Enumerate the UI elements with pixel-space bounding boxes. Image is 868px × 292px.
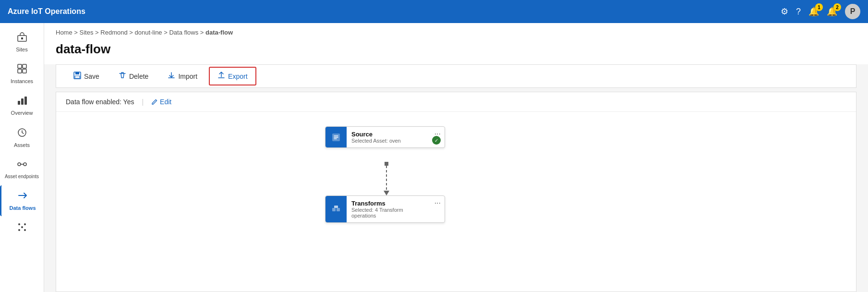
topbar: Azure IoT Operations ⚙ ? 🔔 1 🔔 2 P	[0, 0, 868, 23]
source-node-subtitle: Selected Asset: oven	[351, 138, 426, 144]
page-title: data-flow	[56, 42, 856, 57]
settings-icon[interactable]: ⚙	[781, 6, 788, 17]
more-icon	[17, 222, 27, 235]
instances-label: Instances	[11, 78, 33, 85]
toolbar: Save Delete Import	[56, 64, 856, 88]
delete-button[interactable]: Delete	[109, 66, 158, 86]
save-icon	[73, 72, 81, 81]
save-button[interactable]: Save	[64, 66, 109, 86]
sidebar-item-assets[interactable]: Assets	[0, 122, 44, 153]
instances-icon	[17, 63, 27, 76]
transforms-node-icon	[326, 196, 347, 222]
transforms-node[interactable]: Transforms Selected: 4 Transform operati…	[325, 195, 445, 223]
data-flows-label: Data flows	[9, 205, 36, 211]
import-icon	[168, 72, 175, 81]
export-icon	[217, 72, 225, 81]
bell1-badge: 1	[815, 3, 823, 11]
source-node-icon	[326, 127, 347, 147]
breadcrumb-home[interactable]: Home	[56, 29, 72, 36]
transforms-node-content: Transforms Selected: 4 Transform operati…	[347, 196, 431, 222]
breadcrumb-sep5: >	[200, 29, 205, 36]
import-label: Import	[178, 73, 197, 80]
connector-line	[386, 166, 387, 191]
sidebar-item-more[interactable]	[0, 217, 44, 242]
help-icon[interactable]: ?	[796, 7, 801, 17]
asset-endpoints-label: Asset endpoints	[5, 174, 39, 180]
export-button[interactable]: Export	[209, 67, 256, 85]
svg-rect-3	[23, 64, 26, 68]
sidebar-item-sites[interactable]: Sites	[0, 27, 44, 58]
svg-rect-1	[21, 37, 23, 39]
sidebar-item-instances[interactable]: Instances	[0, 59, 44, 89]
svg-rect-8	[24, 97, 27, 105]
svg-rect-7	[21, 98, 24, 105]
svg-point-11	[24, 163, 26, 166]
assets-icon	[17, 127, 27, 140]
breadcrumb-sep3: >	[129, 29, 134, 36]
svg-rect-5	[23, 69, 26, 73]
data-flows-icon	[17, 190, 28, 203]
save-label: Save	[84, 73, 99, 80]
edit-button[interactable]: Edit	[151, 98, 171, 106]
svg-point-10	[18, 163, 21, 166]
page-title-bar: data-flow	[44, 38, 868, 64]
transforms-node-subtitle: Selected: 4 Transform operations	[351, 207, 426, 219]
breadcrumb: Home > Sites > Redmond > donut-line > Da…	[44, 23, 868, 38]
svg-point-16	[24, 229, 26, 231]
breadcrumb-donut-line[interactable]: donut-line	[135, 29, 162, 36]
source-node-title: Source	[351, 131, 426, 138]
delete-icon	[119, 72, 126, 81]
svg-rect-24	[334, 206, 338, 208]
bell2-badge: 2	[833, 3, 841, 11]
svg-point-14	[24, 223, 26, 225]
import-button[interactable]: Import	[158, 66, 207, 86]
svg-point-17	[21, 226, 23, 228]
sites-label: Sites	[16, 47, 27, 53]
svg-point-15	[18, 229, 20, 231]
breadcrumb-redmond[interactable]: Redmond	[100, 29, 127, 36]
sites-icon	[17, 32, 27, 45]
svg-rect-20	[75, 76, 80, 78]
source-node-content: Source Selected Asset: oven	[347, 127, 431, 147]
svg-rect-2	[18, 64, 22, 68]
transforms-node-title: Transforms	[351, 200, 426, 207]
breadcrumb-current: data-flow	[205, 29, 233, 36]
flow-canvas: Source Selected Asset: oven ··· ✓	[56, 112, 856, 292]
main-layout: Sites Instances Overview	[0, 23, 868, 292]
content-area: Home > Sites > Redmond > donut-line > Da…	[44, 23, 868, 292]
svg-rect-19	[75, 72, 79, 74]
svg-rect-4	[18, 69, 22, 73]
sidebar: Sites Instances Overview	[0, 23, 44, 292]
dataflow-status-bar: Data flow enabled: Yes | Edit	[56, 92, 856, 112]
svg-rect-6	[18, 101, 20, 105]
svg-rect-22	[332, 208, 336, 211]
sidebar-item-asset-endpoints[interactable]: Asset endpoints	[0, 154, 44, 184]
flow-connector	[384, 162, 389, 195]
overview-label: Overview	[11, 110, 33, 116]
app-title: Azure IoT Operations	[8, 7, 85, 16]
breadcrumb-sep2: >	[95, 29, 100, 36]
export-label: Export	[228, 73, 247, 80]
delete-label: Delete	[129, 73, 148, 80]
sidebar-item-data-flows[interactable]: Data flows	[0, 185, 44, 216]
breadcrumb-data-flows[interactable]: Data flows	[169, 29, 198, 36]
source-node-status: ✓	[432, 136, 441, 145]
topbar-actions: ⚙ ? 🔔 1 🔔 2 P	[781, 4, 860, 19]
breadcrumb-sep4: >	[164, 29, 169, 36]
connector-arrow	[384, 191, 389, 195]
dataflow-status-label: Data flow enabled: Yes	[66, 98, 134, 106]
edit-label: Edit	[160, 98, 171, 106]
sidebar-item-overview[interactable]: Overview	[0, 90, 44, 121]
svg-point-13	[18, 223, 20, 225]
breadcrumb-sep1: >	[74, 29, 79, 36]
transforms-node-menu[interactable]: ···	[431, 196, 445, 222]
assets-label: Assets	[14, 142, 30, 148]
avatar[interactable]: P	[845, 4, 860, 19]
connector-top-dot	[385, 162, 388, 166]
overview-icon	[17, 95, 27, 108]
bell1-icon[interactable]: 🔔 1	[808, 6, 819, 17]
bell2-icon[interactable]: 🔔 2	[827, 6, 837, 17]
source-node[interactable]: Source Selected Asset: oven ··· ✓	[325, 126, 445, 148]
asset-endpoints-icon	[17, 159, 27, 172]
breadcrumb-sites[interactable]: Sites	[80, 29, 94, 36]
